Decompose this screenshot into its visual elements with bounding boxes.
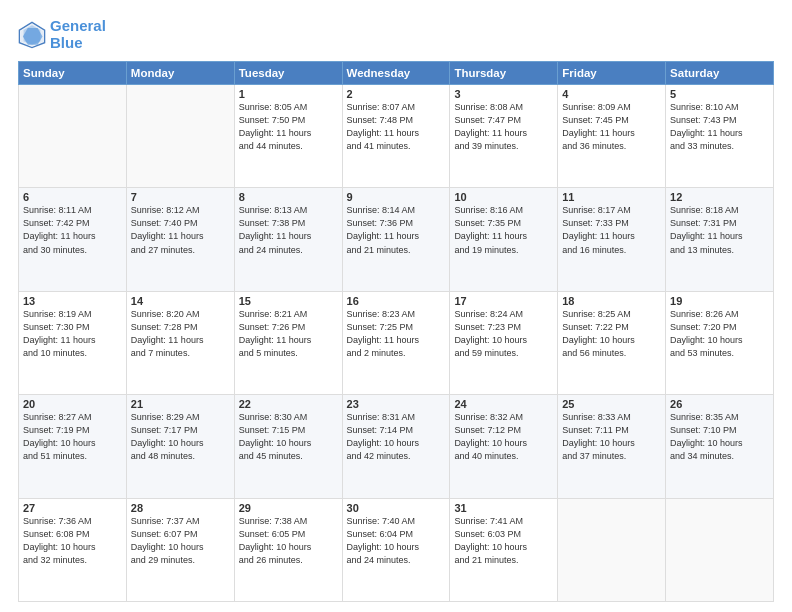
day-number: 12 [670, 191, 769, 203]
header: General Blue [18, 18, 774, 51]
day-number: 7 [131, 191, 230, 203]
day-number: 8 [239, 191, 338, 203]
page: General Blue SundayMondayTuesdayWednesda… [0, 0, 792, 612]
calendar-day-30: 30Sunrise: 7:40 AM Sunset: 6:04 PM Dayli… [342, 498, 450, 601]
calendar-day-6: 6Sunrise: 8:11 AM Sunset: 7:42 PM Daylig… [19, 188, 127, 291]
calendar-day-25: 25Sunrise: 8:33 AM Sunset: 7:11 PM Dayli… [558, 395, 666, 498]
col-header-monday: Monday [126, 62, 234, 85]
day-info: Sunrise: 8:16 AM Sunset: 7:35 PM Dayligh… [454, 204, 553, 256]
day-info: Sunrise: 8:09 AM Sunset: 7:45 PM Dayligh… [562, 101, 661, 153]
calendar-day-24: 24Sunrise: 8:32 AM Sunset: 7:12 PM Dayli… [450, 395, 558, 498]
calendar-day-2: 2Sunrise: 8:07 AM Sunset: 7:48 PM Daylig… [342, 85, 450, 188]
day-info: Sunrise: 8:10 AM Sunset: 7:43 PM Dayligh… [670, 101, 769, 153]
day-info: Sunrise: 7:40 AM Sunset: 6:04 PM Dayligh… [347, 515, 446, 567]
calendar-day-3: 3Sunrise: 8:08 AM Sunset: 7:47 PM Daylig… [450, 85, 558, 188]
calendar-day-4: 4Sunrise: 8:09 AM Sunset: 7:45 PM Daylig… [558, 85, 666, 188]
day-info: Sunrise: 8:23 AM Sunset: 7:25 PM Dayligh… [347, 308, 446, 360]
day-number: 30 [347, 502, 446, 514]
calendar-empty [666, 498, 774, 601]
day-number: 26 [670, 398, 769, 410]
calendar-day-26: 26Sunrise: 8:35 AM Sunset: 7:10 PM Dayli… [666, 395, 774, 498]
calendar-empty [19, 85, 127, 188]
day-number: 28 [131, 502, 230, 514]
day-number: 1 [239, 88, 338, 100]
calendar-day-11: 11Sunrise: 8:17 AM Sunset: 7:33 PM Dayli… [558, 188, 666, 291]
col-header-friday: Friday [558, 62, 666, 85]
col-header-wednesday: Wednesday [342, 62, 450, 85]
day-info: Sunrise: 8:05 AM Sunset: 7:50 PM Dayligh… [239, 101, 338, 153]
calendar-day-7: 7Sunrise: 8:12 AM Sunset: 7:40 PM Daylig… [126, 188, 234, 291]
day-number: 14 [131, 295, 230, 307]
calendar-table: SundayMondayTuesdayWednesdayThursdayFrid… [18, 61, 774, 602]
day-number: 2 [347, 88, 446, 100]
calendar-day-20: 20Sunrise: 8:27 AM Sunset: 7:19 PM Dayli… [19, 395, 127, 498]
day-number: 21 [131, 398, 230, 410]
day-number: 15 [239, 295, 338, 307]
calendar-day-14: 14Sunrise: 8:20 AM Sunset: 7:28 PM Dayli… [126, 291, 234, 394]
day-number: 10 [454, 191, 553, 203]
calendar-day-19: 19Sunrise: 8:26 AM Sunset: 7:20 PM Dayli… [666, 291, 774, 394]
logo-icon [18, 21, 46, 49]
day-info: Sunrise: 8:25 AM Sunset: 7:22 PM Dayligh… [562, 308, 661, 360]
day-number: 13 [23, 295, 122, 307]
day-info: Sunrise: 7:38 AM Sunset: 6:05 PM Dayligh… [239, 515, 338, 567]
calendar-day-15: 15Sunrise: 8:21 AM Sunset: 7:26 PM Dayli… [234, 291, 342, 394]
day-info: Sunrise: 8:18 AM Sunset: 7:31 PM Dayligh… [670, 204, 769, 256]
day-info: Sunrise: 8:17 AM Sunset: 7:33 PM Dayligh… [562, 204, 661, 256]
day-info: Sunrise: 8:12 AM Sunset: 7:40 PM Dayligh… [131, 204, 230, 256]
calendar-day-1: 1Sunrise: 8:05 AM Sunset: 7:50 PM Daylig… [234, 85, 342, 188]
day-info: Sunrise: 8:29 AM Sunset: 7:17 PM Dayligh… [131, 411, 230, 463]
calendar-day-29: 29Sunrise: 7:38 AM Sunset: 6:05 PM Dayli… [234, 498, 342, 601]
calendar-day-10: 10Sunrise: 8:16 AM Sunset: 7:35 PM Dayli… [450, 188, 558, 291]
day-info: Sunrise: 8:21 AM Sunset: 7:26 PM Dayligh… [239, 308, 338, 360]
day-info: Sunrise: 8:32 AM Sunset: 7:12 PM Dayligh… [454, 411, 553, 463]
day-info: Sunrise: 7:41 AM Sunset: 6:03 PM Dayligh… [454, 515, 553, 567]
calendar-day-17: 17Sunrise: 8:24 AM Sunset: 7:23 PM Dayli… [450, 291, 558, 394]
day-info: Sunrise: 8:07 AM Sunset: 7:48 PM Dayligh… [347, 101, 446, 153]
day-info: Sunrise: 8:26 AM Sunset: 7:20 PM Dayligh… [670, 308, 769, 360]
calendar-day-28: 28Sunrise: 7:37 AM Sunset: 6:07 PM Dayli… [126, 498, 234, 601]
calendar-week-0: 1Sunrise: 8:05 AM Sunset: 7:50 PM Daylig… [19, 85, 774, 188]
calendar-empty [558, 498, 666, 601]
calendar-day-22: 22Sunrise: 8:30 AM Sunset: 7:15 PM Dayli… [234, 395, 342, 498]
day-info: Sunrise: 8:13 AM Sunset: 7:38 PM Dayligh… [239, 204, 338, 256]
day-number: 27 [23, 502, 122, 514]
day-info: Sunrise: 8:33 AM Sunset: 7:11 PM Dayligh… [562, 411, 661, 463]
calendar-empty [126, 85, 234, 188]
day-number: 5 [670, 88, 769, 100]
day-number: 25 [562, 398, 661, 410]
calendar-day-18: 18Sunrise: 8:25 AM Sunset: 7:22 PM Dayli… [558, 291, 666, 394]
col-header-thursday: Thursday [450, 62, 558, 85]
calendar-day-9: 9Sunrise: 8:14 AM Sunset: 7:36 PM Daylig… [342, 188, 450, 291]
calendar-week-4: 27Sunrise: 7:36 AM Sunset: 6:08 PM Dayli… [19, 498, 774, 601]
day-number: 11 [562, 191, 661, 203]
calendar-day-8: 8Sunrise: 8:13 AM Sunset: 7:38 PM Daylig… [234, 188, 342, 291]
day-number: 6 [23, 191, 122, 203]
calendar-week-2: 13Sunrise: 8:19 AM Sunset: 7:30 PM Dayli… [19, 291, 774, 394]
day-info: Sunrise: 8:24 AM Sunset: 7:23 PM Dayligh… [454, 308, 553, 360]
calendar-day-16: 16Sunrise: 8:23 AM Sunset: 7:25 PM Dayli… [342, 291, 450, 394]
logo-text: General Blue [50, 18, 106, 51]
day-info: Sunrise: 7:37 AM Sunset: 6:07 PM Dayligh… [131, 515, 230, 567]
day-number: 20 [23, 398, 122, 410]
calendar-day-31: 31Sunrise: 7:41 AM Sunset: 6:03 PM Dayli… [450, 498, 558, 601]
day-info: Sunrise: 8:35 AM Sunset: 7:10 PM Dayligh… [670, 411, 769, 463]
day-number: 31 [454, 502, 553, 514]
col-header-sunday: Sunday [19, 62, 127, 85]
col-header-saturday: Saturday [666, 62, 774, 85]
calendar-day-12: 12Sunrise: 8:18 AM Sunset: 7:31 PM Dayli… [666, 188, 774, 291]
day-number: 23 [347, 398, 446, 410]
calendar-week-1: 6Sunrise: 8:11 AM Sunset: 7:42 PM Daylig… [19, 188, 774, 291]
calendar-day-23: 23Sunrise: 8:31 AM Sunset: 7:14 PM Dayli… [342, 395, 450, 498]
calendar-week-3: 20Sunrise: 8:27 AM Sunset: 7:19 PM Dayli… [19, 395, 774, 498]
day-info: Sunrise: 8:08 AM Sunset: 7:47 PM Dayligh… [454, 101, 553, 153]
day-number: 22 [239, 398, 338, 410]
col-header-tuesday: Tuesday [234, 62, 342, 85]
logo: General Blue [18, 18, 106, 51]
calendar-header-row: SundayMondayTuesdayWednesdayThursdayFrid… [19, 62, 774, 85]
day-number: 4 [562, 88, 661, 100]
day-number: 19 [670, 295, 769, 307]
day-info: Sunrise: 8:30 AM Sunset: 7:15 PM Dayligh… [239, 411, 338, 463]
day-number: 24 [454, 398, 553, 410]
day-info: Sunrise: 8:20 AM Sunset: 7:28 PM Dayligh… [131, 308, 230, 360]
